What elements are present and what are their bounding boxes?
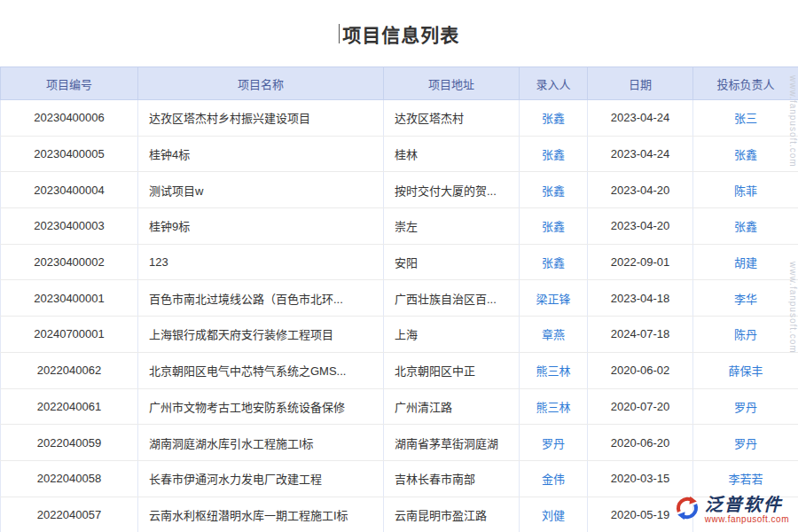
column-header: 日期	[588, 67, 693, 100]
cell-date: 2024-07-18	[588, 317, 693, 353]
cell-bid-manager-link[interactable]: 陈丹	[734, 328, 757, 341]
cell-project-name: 湖南洞庭湖水库引水工程施工I标	[138, 425, 384, 461]
cell-date: 2023-04-24	[588, 136, 693, 172]
cell-project-number: 20240700001	[1, 317, 138, 353]
cell-entry-person[interactable]: 罗丹	[520, 425, 588, 461]
brand-url: www.fanpusoft.com	[705, 514, 789, 524]
column-header: 投标负责人	[693, 67, 798, 100]
cell-date: 2020-06-20	[588, 425, 693, 461]
cell-bid-manager[interactable]: 张三	[693, 100, 798, 137]
cell-project-address: 湖南省茅草街洞庭湖	[384, 425, 520, 461]
cell-entry-person-link[interactable]: 刘健	[542, 509, 565, 522]
table-row: 20230400003桂钟9标崇左张鑫2023-04-20张鑫	[1, 208, 798, 245]
cell-entry-person[interactable]: 张鑫	[520, 208, 588, 245]
cell-entry-person[interactable]: 金伟	[520, 460, 588, 497]
table-row: 2022040061广州市文物考古工地安防系统设备保修广州清江路熊三林2020-…	[1, 388, 798, 425]
cell-project-name: 北京朝阳区电气中芯特气系统之GMS...	[138, 352, 384, 388]
cell-bid-manager[interactable]: 罗丹	[693, 425, 798, 461]
page-title-text: 项目信息列表	[342, 20, 459, 47]
cell-bid-manager-link[interactable]: 薛保丰	[728, 364, 763, 378]
cell-project-address: 吉林长春市南部	[384, 460, 520, 497]
cell-project-number: 20230400005	[1, 136, 138, 172]
cell-bid-manager-link[interactable]: 胡建	[734, 256, 757, 270]
cell-date: 2022-09-01	[588, 244, 693, 280]
cell-entry-person-link[interactable]: 罗丹	[542, 437, 565, 450]
cell-project-number: 20230400002	[1, 244, 138, 280]
cell-bid-manager[interactable]: 李华	[693, 280, 798, 317]
cell-bid-manager[interactable]: 薛保丰	[693, 352, 798, 388]
cell-project-number: 20230400004	[1, 172, 138, 208]
text-cursor	[339, 24, 340, 43]
cell-entry-person-link[interactable]: 张鑫	[542, 112, 565, 125]
cell-project-name: 长春市伊通河水力发电厂改建工程	[138, 460, 384, 497]
cell-project-name: 123	[138, 244, 384, 280]
table-row: 2022040058长春市伊通河水力发电厂改建工程吉林长春市南部金伟2020-0…	[1, 460, 798, 497]
cell-project-name: 云南水利枢纽潜明水库一期工程施工I标	[138, 497, 384, 532]
cell-bid-manager[interactable]: 张鑫	[693, 136, 798, 172]
cell-project-address: 桂林	[384, 136, 520, 172]
cell-entry-person-link[interactable]: 金伟	[542, 473, 565, 486]
cell-project-name: 达孜区塔杰村乡村振兴建设项目	[138, 100, 384, 137]
cell-bid-manager-link[interactable]: 张鑫	[734, 220, 757, 233]
table-header: 项目编号项目名称项目地址录入人日期投标负责人	[1, 67, 798, 100]
cell-bid-manager[interactable]: 罗丹	[693, 388, 798, 425]
cell-entry-person[interactable]: 章燕	[520, 317, 588, 353]
cell-project-name: 测试项目w	[138, 172, 384, 208]
table-row: 20230400002123安阳张鑫2022-09-01胡建	[1, 244, 798, 280]
cell-entry-person-link[interactable]: 章燕	[542, 328, 565, 341]
cell-entry-person-link[interactable]: 张鑫	[542, 148, 565, 161]
cell-entry-person[interactable]: 梁正锋	[520, 280, 588, 317]
cell-entry-person[interactable]: 张鑫	[520, 136, 588, 172]
cell-project-number: 20230400003	[1, 208, 138, 245]
table-header-row: 项目编号项目名称项目地址录入人日期投标负责人	[1, 67, 798, 100]
brand-name: 泛普软件	[705, 496, 783, 514]
cell-bid-manager-link[interactable]: 李若若	[728, 473, 763, 486]
cell-bid-manager-link[interactable]: 陈菲	[734, 184, 757, 198]
column-header: 项目地址	[384, 67, 520, 100]
cell-entry-person-link[interactable]: 熊三林	[536, 401, 570, 414]
cell-project-name: 上海银行成都天府支行装修工程项目	[138, 317, 384, 353]
cell-project-number: 2022040062	[1, 352, 138, 388]
cell-entry-person-link[interactable]: 张鑫	[542, 184, 565, 198]
cell-bid-manager-link[interactable]: 罗丹	[734, 401, 757, 414]
cell-entry-person-link[interactable]: 张鑫	[542, 220, 565, 233]
cell-bid-manager[interactable]: 李若若	[693, 460, 798, 497]
table-row: 20230400005桂钟4标桂林张鑫2023-04-24张鑫	[1, 136, 798, 172]
cell-bid-manager[interactable]: 陈丹	[693, 317, 798, 353]
cell-bid-manager[interactable]: 陈菲	[693, 172, 798, 208]
cell-date: 2020-07-20	[588, 388, 693, 425]
cell-entry-person[interactable]: 张鑫	[520, 100, 588, 137]
cell-bid-manager[interactable]: 张鑫	[693, 208, 798, 245]
cell-entry-person-link[interactable]: 张鑫	[542, 256, 565, 270]
cell-project-number: 20230400006	[1, 100, 138, 137]
table-row: 20230400001百色市南北过境线公路（百色市北环...广西壮族自治区百..…	[1, 280, 798, 317]
cell-project-name: 百色市南北过境线公路（百色市北环...	[138, 280, 384, 317]
cell-project-number: 2022040061	[1, 388, 138, 425]
brand-watermark: 泛普软件 www.fanpusoft.com	[674, 495, 789, 525]
cell-bid-manager-link[interactable]: 张三	[734, 112, 757, 125]
cell-project-address: 按时交付大厦的贺...	[384, 172, 520, 208]
cell-project-address: 北京朝阳区中正	[384, 352, 520, 388]
cell-project-number: 20230400001	[1, 280, 138, 317]
title-bar: 项目信息列表	[0, 0, 798, 66]
cell-project-address: 云南昆明市盈江路	[384, 497, 520, 532]
cell-entry-person[interactable]: 张鑫	[520, 244, 588, 280]
cell-entry-person[interactable]: 熊三林	[520, 388, 588, 425]
cell-entry-person-link[interactable]: 梁正锋	[536, 293, 570, 306]
cell-date: 2023-04-20	[588, 208, 693, 245]
cell-entry-person[interactable]: 张鑫	[520, 172, 588, 208]
column-header: 录入人	[520, 67, 588, 100]
cell-project-address: 广州清江路	[384, 388, 520, 425]
cell-entry-person[interactable]: 熊三林	[520, 352, 588, 388]
cell-date: 2020-06-02	[588, 352, 693, 388]
cell-bid-manager[interactable]: 胡建	[693, 244, 798, 280]
cell-project-number: 2022040058	[1, 460, 138, 497]
cell-bid-manager-link[interactable]: 罗丹	[734, 437, 757, 450]
cell-project-number: 2022040059	[1, 425, 138, 461]
cell-entry-person[interactable]: 刘健	[520, 497, 588, 532]
cell-bid-manager-link[interactable]: 李华	[734, 293, 757, 306]
cell-project-name: 桂钟9标	[138, 208, 384, 245]
cell-bid-manager-link[interactable]: 张鑫	[734, 148, 757, 161]
table-row: 2022040059湖南洞庭湖水库引水工程施工I标湖南省茅草街洞庭湖罗丹2020…	[1, 425, 798, 461]
cell-entry-person-link[interactable]: 熊三林	[536, 364, 570, 378]
